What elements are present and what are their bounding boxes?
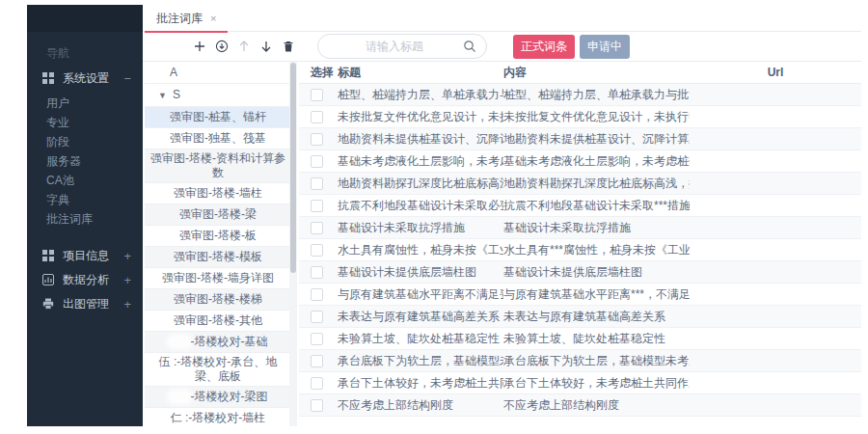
row-checkbox[interactable] [311,244,323,257]
row-checkbox[interactable] [311,377,323,390]
row-checkbox[interactable] [311,200,323,212]
table-row: 未按批复文件优化意见设计，未执...未按批复文件优化意见设计，未执行甲方审图意见 [299,106,861,128]
table-row: 不应考虑上部结构刚度不应考虑上部结构刚度 [299,394,861,417]
expand-plus-icon[interactable]: + [123,297,131,312]
row-select-cell [299,288,338,301]
table-header-row: 选择 标题 内容 Url [299,62,861,84]
catalog-item[interactable]: 强审图-塔楼-资料和计算参数 [145,149,291,182]
catalog-item[interactable]: 强审图-塔楼-梁 [145,203,291,225]
caret-down-icon[interactable]: ▼ [158,85,167,107]
row-select-cell [299,133,338,146]
row-select-cell [299,222,338,234]
row-content-cell: 承台下土体较好，未考虑桩土共同作用 [503,375,690,392]
row-content-cell: 基础设计未采取抗浮措施 [503,220,690,236]
sidebar-item[interactable]: 用户 [27,94,143,113]
row-checkbox[interactable] [311,311,323,323]
catalog-item[interactable]: 强审图-塔楼-模板 [145,246,291,267]
search-input[interactable] [318,35,486,58]
arrow-up-icon[interactable] [237,40,251,53]
catalog-item[interactable]: 强审图-塔楼-楼梯 [145,288,291,310]
row-checkbox[interactable] [311,155,323,168]
sidebar-section-label: 系统设置 [63,70,109,87]
catalog-item[interactable]: 强审图-塔楼-墙身详图 [145,267,291,288]
sidebar-item[interactable]: 批注词库 [27,209,143,229]
catalog-scrollbar [289,62,297,426]
catalog-item-label: 强审图-独基、筏基 [170,131,266,146]
sidebar-section-system-settings[interactable]: 系统设置 − [27,67,143,90]
catalog-group-s[interactable]: ▼S [145,84,291,106]
sidebar-section-出图管理[interactable]: 出图管理+ [27,292,143,315]
tab-annotation-lexicon[interactable]: 批注词库 × [145,5,228,32]
table-row: 抗震不利地段基础设计未采取必要...抗震不利地段基础设计未采取***措施 [299,195,861,217]
row-checkbox[interactable] [311,266,323,279]
row-checkbox[interactable] [311,355,323,367]
sidebar-item[interactable]: 专业 [27,113,143,132]
tab-close-icon[interactable]: × [210,13,216,24]
redacted-text [169,392,190,402]
row-content-cell: 未验算土坡、陡坎处桩基稳定性 [503,331,690,347]
redacted-text [169,337,190,347]
row-title-cell: 不应考虑上部结构刚度 [338,397,503,414]
row-title-cell: 与原有建筑基础水平距离不满足要... [338,286,503,303]
row-title-cell: 未按批复文件优化意见设计，未执... [338,109,503,125]
row-select-cell [299,266,338,279]
sidebar-section-label: 项目信息 [63,248,109,264]
sidebar-section-数据分析[interactable]: 数据分析+ [27,268,143,291]
table-row: 地勘资料未提供桩基设计、沉降计...地勘资料未提供桩基设计、沉降计算必要土层参数 [299,128,861,150]
catalog-item[interactable]: 强审图-桩基、锚杆 [145,106,291,127]
nav-search-label[interactable]: 导航 [27,32,143,67]
catalog-group-a[interactable]: A [145,62,291,84]
sidebar-groups: 项目信息+数据分析+出图管理+ [27,244,143,315]
row-content-cell: 桩型、桩端持力层、单桩承载力与批复文件不符，实际桩型、桩端持... [503,87,690,103]
row-content-cell: 基础设计未提供底层墙柱图 [503,264,690,281]
catalog-item-label: 伍 :-塔楼校对-承台、地梁、底板 [149,355,287,384]
row-checkbox[interactable] [311,288,323,301]
row-title-cell: 抗震不利地段基础设计未采取必要... [338,198,503,214]
menu-grid-icon [42,72,54,84]
row-checkbox[interactable] [311,222,323,234]
applying-button[interactable]: 申请中 [580,35,630,59]
catalog-item[interactable]: -塔楼校对-梁图 [145,386,291,407]
search-icon[interactable] [463,40,476,53]
catalog-item-label: 强审图-塔楼-板 [179,229,257,243]
catalog-item[interactable]: 伍 :-塔楼校对-承台、地梁、底板 [145,352,291,386]
trash-icon[interactable] [282,40,295,53]
catalog-item[interactable]: 强审图-塔楼-板 [145,225,291,246]
arrow-down-icon[interactable] [259,40,273,53]
official-entries-button[interactable]: 正式词条 [513,35,575,59]
grid-icon [42,250,54,261]
catalog-item[interactable]: 强审图-塔楼-其他 [145,310,291,331]
row-title-cell: 承台底板下为软土层，基础模型未... [338,353,503,369]
plus-icon[interactable] [193,40,206,53]
row-checkbox[interactable] [311,177,323,190]
sidebar-item[interactable]: 字典 [27,190,143,209]
row-select-cell [299,177,338,190]
row-checkbox[interactable] [311,133,323,146]
collapse-minus-icon[interactable]: − [123,71,131,86]
catalog-item[interactable]: -塔楼校对-基础 [145,331,291,352]
table-row: 地勘资料勘探孔深度比桩底标高浅...地勘资料勘探孔深度比桩底标高浅，控制性勘探孔… [299,173,861,195]
expand-plus-icon[interactable]: + [123,249,131,263]
catalog-item-label: -塔楼校对-基础 [191,335,268,349]
row-checkbox[interactable] [311,333,323,345]
row-select-cell [299,377,338,390]
row-checkbox[interactable] [311,89,323,101]
sidebar-item[interactable]: CA池 [27,171,143,190]
row-checkbox[interactable] [311,111,323,123]
sidebar-section-项目信息[interactable]: 项目信息+ [27,244,143,267]
row-title-cell: 未验算土坡、陡坎处桩基稳定性 [338,331,503,347]
content-area: A ▼S 强审图-桩基、锚杆强审图-独基、筏基强审图-塔楼-资料和计算参数强审图… [143,62,861,426]
download-circle-icon[interactable] [215,40,229,53]
row-title-cell: 地勘资料未提供桩基设计、沉降计... [338,131,503,148]
expand-plus-icon[interactable]: + [123,273,131,287]
catalog-item[interactable]: 强审图-独基、筏基 [145,127,291,149]
app-window: 导航 系统设置 − 用户专业阶段服务器CA池字典批注词库 项目信息+数据分析+出… [0,0,868,434]
row-checkbox[interactable] [311,399,323,412]
main-panel: 批注词库 × [143,5,861,426]
col-header-url: Url [690,66,861,79]
catalog-scrollbar-thumb[interactable] [290,63,296,273]
sidebar-item[interactable]: 服务器 [27,151,143,171]
catalog-item[interactable]: 强审图-塔楼-墙柱 [145,182,291,203]
catalog-item[interactable]: 仁 :-塔楼校对-墙柱 [145,407,291,426]
sidebar-item[interactable]: 阶段 [27,132,143,151]
